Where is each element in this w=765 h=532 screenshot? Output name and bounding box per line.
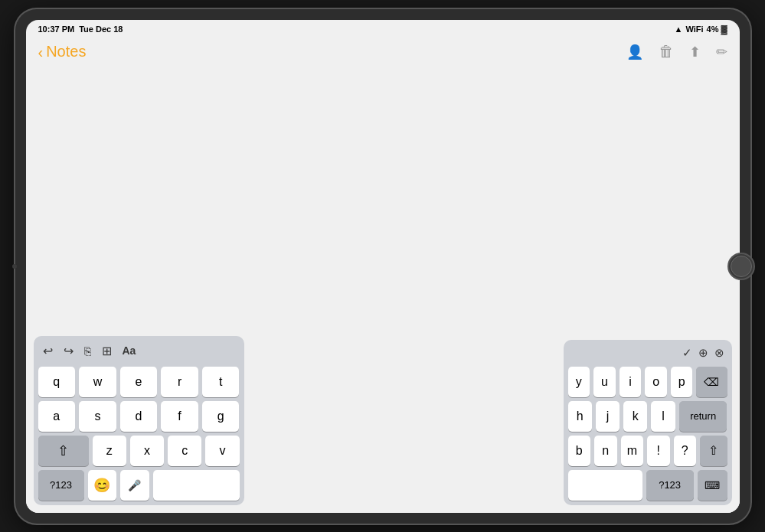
time-display: 10:37 PM [38, 24, 75, 34]
compose-icon[interactable]: ✏ [716, 44, 727, 60]
nav-bar: ‹ Notes 👤 🗑 ⬆ ✏ [26, 37, 740, 70]
space-key-right[interactable] [568, 470, 642, 501]
key-h[interactable]: h [568, 401, 592, 432]
key-d[interactable]: d [120, 401, 158, 432]
key-row-2: a s d f g [38, 401, 240, 432]
right-shift-key[interactable]: ⇧ [700, 436, 727, 466]
key-z[interactable]: z [93, 436, 126, 466]
space-key-left[interactable] [153, 470, 240, 501]
keyboards-container: ↩ ↪ ⎘ ⊞ Aa q w e r t [26, 336, 740, 513]
symbols-key-left[interactable]: ?123 [38, 470, 84, 501]
clipboard-button[interactable]: ⎘ [83, 343, 93, 359]
signal-icon: ▲ [675, 24, 683, 34]
key-i[interactable]: i [620, 367, 642, 397]
ipad-frame: 10:37 PM Tue Dec 18 ▲ WiFi 4% ▓ ‹ Notes … [15, 9, 750, 524]
home-button[interactable] [727, 253, 755, 280]
nav-left: ‹ Notes [38, 43, 87, 60]
return-key[interactable]: return [679, 401, 727, 432]
table-button[interactable]: ⊞ [100, 342, 113, 360]
key-a[interactable]: a [38, 401, 76, 432]
key-j[interactable]: j [596, 401, 620, 432]
key-question[interactable]: ? [674, 436, 697, 466]
top-action-row: ✓ ⊕ ⊗ [568, 346, 727, 363]
back-button[interactable]: Notes [46, 43, 86, 60]
format-button[interactable]: Aa [121, 343, 138, 358]
battery-display: 4% ▓ [707, 24, 727, 34]
key-g[interactable]: g [202, 401, 240, 432]
key-v[interactable]: v [205, 436, 239, 466]
backspace-key[interactable]: ⌫ [696, 367, 727, 397]
key-n[interactable]: n [594, 436, 617, 466]
wifi-icon: WiFi [685, 24, 703, 34]
key-s[interactable]: s [79, 401, 116, 432]
date-display: Tue Dec 18 [79, 24, 123, 34]
key-q[interactable]: q [38, 367, 76, 397]
emoji-key[interactable]: 😊 [88, 470, 117, 501]
share-icon[interactable]: ⬆ [689, 44, 701, 60]
nav-right: 👤 🗑 ⬆ ✏ [626, 43, 727, 60]
checkmark-action[interactable]: ✓ [682, 346, 692, 360]
right-key-row-1: y u i o p ⌫ [568, 367, 727, 397]
left-keyboard[interactable]: ↩ ↪ ⎘ ⊞ Aa q w e r t [34, 336, 244, 505]
key-f[interactable]: f [161, 401, 198, 432]
home-button-inner [731, 256, 752, 277]
key-row-1: q w e r t [38, 367, 240, 397]
key-e[interactable]: e [120, 367, 158, 397]
status-left: 10:37 PM Tue Dec 18 [38, 24, 123, 34]
keyboard-dismiss-key[interactable]: ⌨ [698, 470, 727, 501]
right-key-row-2: h j k l return [568, 401, 727, 432]
people-icon[interactable]: 👤 [626, 44, 643, 60]
key-b[interactable]: b [568, 436, 591, 466]
redo-button[interactable]: ↪ [62, 342, 75, 360]
camera-dot [12, 264, 17, 269]
key-x[interactable]: x [130, 436, 164, 466]
ipad-screen: 10:37 PM Tue Dec 18 ▲ WiFi 4% ▓ ‹ Notes … [26, 20, 740, 513]
right-keyboard[interactable]: ✓ ⊕ ⊗ y u i o p ⌫ h [564, 340, 732, 505]
toolbar-row: ↩ ↪ ⎘ ⊞ Aa [38, 342, 240, 363]
trash-icon[interactable]: 🗑 [659, 43, 674, 60]
symbols-key-right[interactable]: ?123 [646, 470, 694, 501]
back-chevron-icon[interactable]: ‹ [38, 44, 44, 60]
content-area[interactable]: ↩ ↪ ⎘ ⊞ Aa q w e r t [26, 70, 740, 513]
mic-key[interactable]: 🎤 [120, 470, 149, 501]
key-r[interactable]: r [161, 367, 198, 397]
circle-x-action[interactable]: ⊗ [714, 346, 724, 360]
key-u[interactable]: u [593, 367, 616, 397]
key-o[interactable]: o [645, 367, 667, 397]
key-row-3: ⇧ z x c v [38, 436, 240, 466]
key-l[interactable]: l [651, 401, 675, 432]
right-key-row-3: b n m ! ? ⇧ [568, 436, 727, 466]
right-key-row-4: ?123 ⌨ [568, 470, 727, 501]
key-y[interactable]: y [568, 367, 590, 397]
key-k[interactable]: k [623, 401, 647, 432]
key-m[interactable]: m [621, 436, 644, 466]
status-right: ▲ WiFi 4% ▓ [675, 24, 727, 34]
key-c[interactable]: c [168, 436, 201, 466]
key-w[interactable]: w [79, 367, 116, 397]
key-row-4: ?123 😊 🎤 [38, 470, 240, 501]
key-exclaim[interactable]: ! [647, 436, 670, 466]
undo-button[interactable]: ↩ [41, 342, 54, 360]
key-p[interactable]: p [671, 367, 693, 397]
key-t[interactable]: t [202, 367, 240, 397]
status-bar: 10:37 PM Tue Dec 18 ▲ WiFi 4% ▓ [26, 20, 740, 37]
left-shift-key[interactable]: ⇧ [38, 436, 89, 466]
plus-circle-action[interactable]: ⊕ [698, 346, 708, 360]
